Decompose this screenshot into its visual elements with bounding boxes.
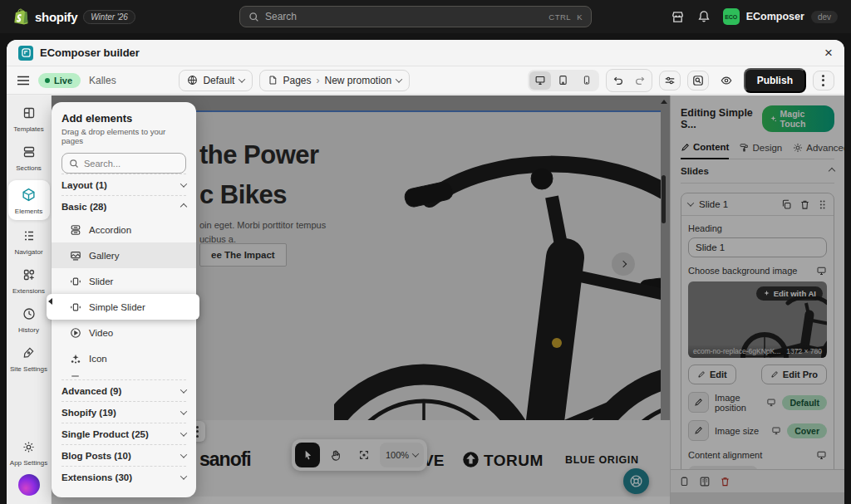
image-dimensions: 1372 × 780 [786,347,822,355]
image-position-edit-button[interactable] [688,392,709,413]
category-single-product[interactable]: Single Product (25) [61,423,186,444]
pan-tool-button[interactable] [323,443,348,467]
sidebar-item-elements[interactable]: Elements [8,180,50,221]
select-tool-button[interactable] [295,443,320,467]
elements-search[interactable] [61,153,186,174]
tab-advanced[interactable]: Advanced [793,142,844,159]
element-item-video[interactable]: Video [61,320,186,345]
element-item-simple-slider[interactable]: Simple Slider [47,294,199,320]
device-desktop-button[interactable] [529,71,551,90]
delete-element-icon[interactable] [720,476,730,487]
sidebar-item-site-settings[interactable]: Site Settings [8,342,50,374]
storefront-icon[interactable] [671,10,685,24]
panel-collapse-handle[interactable] [48,298,52,305]
shopify-logo-icon [13,8,29,26]
global-settings-button[interactable] [659,71,681,91]
inspect-button[interactable] [687,71,709,91]
category-layout[interactable]: Layout (1) [61,174,186,195]
copy-style-icon[interactable] [679,476,690,487]
category-basic[interactable]: Basic (28) [61,195,186,217]
inspector-bottom-bar [671,469,844,492]
sidebar-item-app-settings[interactable]: App Settings [8,436,50,467]
slides-section-header[interactable]: Slides [681,159,834,183]
modal-header: EComposer builder × [7,40,844,66]
edit-image-button[interactable]: Edit [688,365,736,384]
support-fab-button[interactable] [623,468,649,494]
device-tablet-button[interactable] [553,71,574,90]
edit-with-ai-button[interactable]: Edit with AI [756,286,823,301]
heading-field-input[interactable] [688,237,827,257]
hero-heading[interactable]: the Powerc Bikes [199,135,319,215]
scrollbar-thumb[interactable] [662,175,666,223]
tab-design[interactable]: Design [740,142,782,159]
user-avatar[interactable] [18,474,40,496]
live-status-badge: Live [38,73,81,88]
drag-handle-icon[interactable] [818,199,827,210]
sidebar-item-history[interactable]: History [8,303,50,335]
undo-button[interactable] [608,71,629,91]
category-extensions[interactable]: Extensions (30) [61,466,186,487]
content-alignment-label: Content alignment [688,450,762,460]
image-size-value-badge[interactable]: Cover [787,423,827,438]
element-item-icon[interactable]: Icon [61,345,186,371]
list-overflow-indicator [71,375,79,377]
undo-icon [612,75,624,86]
account-menu[interactable]: ECO EComposer dev [723,8,838,25]
sidebar-item-extensions[interactable]: Extensions [8,264,50,296]
menu-hamburger-icon[interactable] [17,75,30,86]
element-item-accordion[interactable]: Accordion [61,217,186,242]
breadcrumb-page: New promotion [324,75,391,86]
global-search[interactable]: CTRL K [239,6,592,27]
trash-icon[interactable] [799,199,810,210]
paste-style-icon[interactable] [699,476,711,487]
sidebar-item-sections[interactable]: Sections [8,141,50,173]
preview-button[interactable] [716,71,737,91]
global-search-input[interactable] [265,11,543,22]
publish-button[interactable]: Publish [744,68,806,93]
image-position-value-badge[interactable]: Default [782,395,827,410]
slide-card-header[interactable]: Slide 1 [681,193,834,216]
scroll-up-arrow[interactable] [661,100,667,104]
kebab-icon [196,426,199,438]
sidebar-item-navigator[interactable]: Navigator [8,225,50,257]
slide-card: Slide 1 Heading Choose background image [681,193,834,496]
page-icon [268,75,278,86]
builder-sidebar: Templates Sections Elements Navigator Ex… [7,95,52,504]
version-badge: Winter '26 [83,10,135,24]
hero-paragraph[interactable]: oin eget. Morbi porttitor tempusucibus a… [199,218,326,247]
zoom-level-dropdown[interactable]: 100% [380,443,424,467]
elements-search-input[interactable] [84,159,179,169]
edit-pro-button[interactable]: Edit Pro [761,365,827,384]
redo-button[interactable] [629,71,651,91]
hero-cta-button[interactable]: ee The Impact [199,243,287,267]
element-item-gallery[interactable]: Gallery [52,242,196,268]
tab-content[interactable]: Content [681,142,729,159]
slide-title: Slide 1 [699,199,728,209]
pen-tool-icon [18,342,40,364]
canvas-scrollbar[interactable] [660,102,667,497]
globe-icon [187,75,198,86]
locale-selector[interactable]: Default [179,70,253,91]
more-actions-button[interactable] [813,71,834,91]
carousel-next-button[interactable] [612,252,635,276]
panel-title: Add elements [61,112,186,125]
category-advanced[interactable]: Advanced (9) [61,379,186,401]
canvas-zoom-toolbar: 100% [292,439,427,471]
element-item-slider[interactable]: Slider [61,268,186,294]
shopify-brand[interactable]: shopify Winter '26 [13,8,135,26]
category-blog-posts[interactable]: Blog Posts (10) [61,444,186,466]
fit-view-button[interactable] [352,443,376,467]
image-size-edit-button[interactable] [688,420,709,441]
close-icon[interactable]: × [824,46,833,60]
sidebar-item-templates[interactable]: Templates [8,102,50,134]
device-mobile-button[interactable] [576,71,598,90]
duplicate-icon[interactable] [781,199,792,210]
background-image-thumbnail[interactable]: Edit with AI ecom-no-replace-6gKNpK...13… [688,281,827,358]
ecomposer-logo-icon [18,46,33,61]
category-shopify[interactable]: Shopify (19) [61,401,186,423]
magic-touch-button[interactable]: Magic Touch [762,105,834,132]
page-selector[interactable]: Pages › New promotion [259,70,410,91]
chevron-down-icon [687,199,694,206]
theme-name: Kalles [89,75,116,86]
notifications-bell-icon[interactable] [697,10,711,23]
